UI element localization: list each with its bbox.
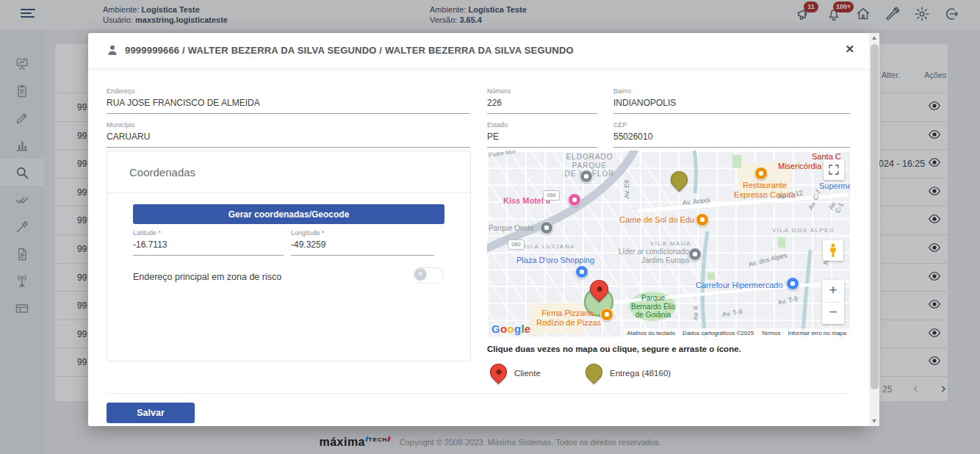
latitude-field[interactable]: Latitude * -16.7113 bbox=[133, 229, 284, 256]
map-label: Carne de Sol do Edu bbox=[619, 215, 694, 225]
restaurant-icon[interactable] bbox=[600, 308, 613, 321]
map-zoom-control: + − bbox=[822, 280, 844, 324]
map-label: Av. E6 bbox=[623, 179, 630, 198]
modal-titlebar: 9999999666 / WALTER BEZERRA DA SILVA SEG… bbox=[88, 33, 869, 68]
bairro-field[interactable]: Bairro INDIANOPOLIS bbox=[613, 87, 850, 114]
modal-title: 9999999666 / WALTER BEZERRA DA SILVA SEG… bbox=[125, 45, 574, 56]
legend-cliente-label: Cliente bbox=[514, 369, 541, 378]
map-attribution: Atalhos do tecladoDados cartográficos ©2… bbox=[623, 328, 850, 338]
map-instruction-text: Clique duas vezes no mapa ou clique, seg… bbox=[487, 345, 741, 353]
municipio-field[interactable]: Município CARUARU bbox=[107, 121, 470, 148]
highway-shield: 060 bbox=[508, 239, 525, 250]
municipio-label: Município bbox=[107, 121, 470, 129]
lock-icon[interactable] bbox=[575, 265, 588, 278]
latitude-value: -16.7113 bbox=[133, 239, 284, 250]
restaurant-icon[interactable] bbox=[696, 213, 709, 226]
zoom-out-icon[interactable]: − bbox=[822, 303, 844, 324]
divider bbox=[107, 192, 470, 193]
map-attribution-link[interactable]: Atalhos do teclado bbox=[627, 330, 675, 336]
pegman-icon[interactable] bbox=[823, 240, 843, 261]
estado-field[interactable]: Estado PE bbox=[487, 121, 597, 148]
endereco-field[interactable]: Endereço RUA JOSE FRANCISCO DE ALMEIDA bbox=[107, 87, 470, 114]
modal-scrollbar[interactable] bbox=[869, 33, 879, 426]
longitude-label: Longitude * bbox=[291, 229, 434, 237]
motel-icon[interactable] bbox=[568, 193, 581, 206]
scroll-down-icon[interactable] bbox=[869, 416, 879, 426]
toggle-off-x-icon: ✕ bbox=[414, 268, 427, 281]
cep-value: 55026010 bbox=[613, 131, 850, 142]
numero-value: 226 bbox=[487, 98, 597, 108]
divider bbox=[107, 393, 850, 394]
transit-icon[interactable] bbox=[580, 170, 593, 183]
endereco-label: Endereço bbox=[107, 87, 470, 95]
municipio-value: CARUARU bbox=[107, 131, 470, 142]
map-label: Plaza D'oro Shopping bbox=[516, 256, 594, 265]
restaurant-icon[interactable] bbox=[754, 167, 768, 180]
numero-label: Número bbox=[487, 87, 597, 95]
longitude-field[interactable]: Longitude * -49.3259 bbox=[291, 229, 434, 256]
map-label: Líder ar condicionado Jardim Europa bbox=[603, 248, 689, 264]
numero-field[interactable]: Número 226 bbox=[487, 87, 597, 114]
estado-label: Estado bbox=[487, 121, 597, 129]
highway-shield: 060 bbox=[543, 190, 560, 201]
entrega-pin[interactable] bbox=[671, 171, 688, 188]
fullscreen-icon[interactable] bbox=[824, 159, 844, 180]
map-label: Parque Oeste bbox=[489, 224, 534, 233]
cep-field[interactable]: CEP 55026010 bbox=[613, 121, 850, 148]
map-label: Carrefour Hipermercado bbox=[696, 281, 783, 290]
zoom-in-icon[interactable]: + bbox=[822, 280, 844, 302]
zona-risco-toggle[interactable]: ✕ bbox=[413, 267, 444, 284]
cliente-pin-icon bbox=[490, 364, 507, 381]
entrega-pin-icon bbox=[586, 364, 602, 381]
map-label: Av. It bbox=[692, 306, 699, 320]
save-button[interactable]: Salvar bbox=[107, 403, 195, 423]
map-attribution-link[interactable]: Termos bbox=[761, 330, 780, 336]
bairro-label: Bairro bbox=[613, 87, 850, 95]
transit-icon[interactable] bbox=[688, 248, 702, 261]
cliente-pin[interactable] bbox=[590, 280, 608, 298]
google-logo: Google bbox=[491, 323, 531, 335]
estado-value: PE bbox=[487, 131, 597, 142]
address-modal: 9999999666 / WALTER BEZERRA DA SILVA SEG… bbox=[88, 33, 869, 426]
map-label: VILA LUCIANA bbox=[522, 243, 575, 250]
longitude-value: -49.3259 bbox=[291, 239, 434, 250]
map-label: Supermer bbox=[819, 181, 850, 191]
google-map[interactable]: Padre MorELDORADO PARQUE DE LA FLORKiss … bbox=[487, 151, 850, 338]
scrollbar-thumb[interactable] bbox=[871, 44, 879, 389]
zona-risco-label: Endereço principal em zona de risco bbox=[133, 272, 281, 282]
gerar-coordenadas-button[interactable]: Gerar coordenadas/Geocode bbox=[133, 204, 444, 224]
scroll-up-icon[interactable] bbox=[869, 33, 879, 43]
endereco-value: RUA JOSE FRANCISCO DE ALMEIDA bbox=[107, 98, 470, 108]
person-icon bbox=[106, 43, 119, 57]
coordenadas-card: Coordenadas Gerar coordenadas/Geocode La… bbox=[107, 151, 471, 361]
map-attribution-link[interactable]: Dados cartográficos ©2025 bbox=[682, 330, 754, 336]
cart-icon[interactable] bbox=[786, 277, 799, 290]
bairro-value: INDIANOPOLIS bbox=[613, 98, 850, 108]
coordenadas-title: Coordenadas bbox=[129, 166, 195, 179]
map-label: VILA MAUA bbox=[650, 240, 691, 247]
map-label: Misericórdia bbox=[778, 162, 821, 171]
map-label: Parque Bernardo Élis de Goiânia bbox=[624, 294, 682, 320]
map-label: Firma Pizzaria: Rodízio de Pizzas bbox=[533, 309, 605, 327]
legend-entrega-label: Entrega (48160) bbox=[610, 369, 671, 378]
latitude-label: Latitude * bbox=[133, 229, 284, 237]
close-icon[interactable]: ✕ bbox=[845, 43, 854, 56]
map-attribution-link[interactable]: Informar erro no mapa bbox=[788, 330, 846, 336]
transit-icon[interactable] bbox=[540, 221, 553, 234]
cep-label: CEP bbox=[613, 121, 850, 129]
map-label: VILA DOS ALPES bbox=[772, 227, 835, 234]
